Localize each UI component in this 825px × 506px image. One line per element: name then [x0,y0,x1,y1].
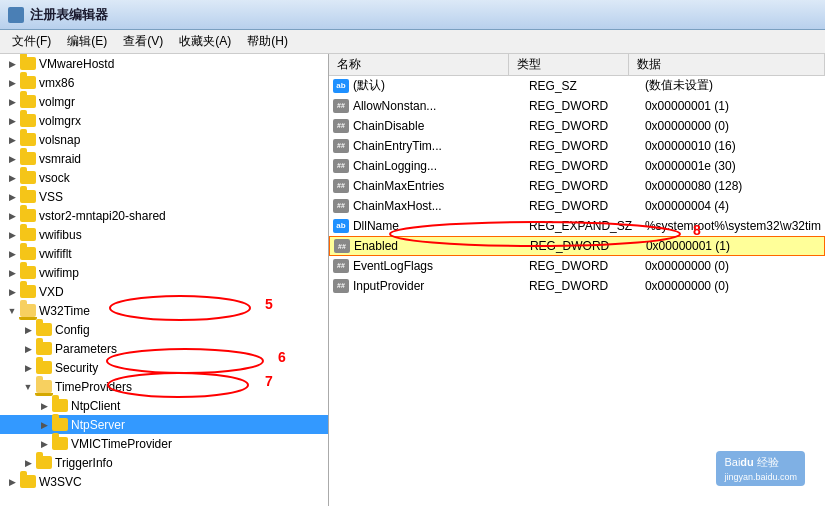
tree-expander-icon[interactable]: ▶ [4,170,20,186]
registry-entries-list[interactable]: ab(默认)REG_SZ(数值未设置)##AllowNonstan...REG_… [329,76,825,506]
tree-expander-icon[interactable]: ▶ [4,227,20,243]
baidu-logo: Baidu 经验jingyan.baidu.com [716,451,805,486]
folder-icon [20,57,36,70]
tree-expander-icon[interactable]: ▼ [20,379,36,395]
tree-item[interactable]: ▶vsock [0,168,328,187]
tree-item[interactable]: ▶volmgrx [0,111,328,130]
tree-item[interactable]: ▶vwififlt [0,244,328,263]
menu-item[interactable]: 文件(F) [4,31,59,52]
folder-icon [20,152,36,165]
registry-row[interactable]: ##ChainDisableREG_DWORD0x00000000 (0) [329,116,825,136]
folder-icon [36,361,52,374]
tree-expander-icon[interactable]: ▶ [20,455,36,471]
tree-item[interactable]: ▼TimeProviders [0,377,328,396]
folder-icon [20,247,36,260]
col-header-data[interactable]: 数据 [629,54,825,75]
tree-item[interactable]: ▶W3SVC [0,472,328,491]
folder-icon [20,209,36,222]
tree-item[interactable]: ▶VXD [0,282,328,301]
tree-item-label: TriggerInfo [55,456,113,470]
registry-tree[interactable]: ▶VMwareHostd▶vmx86▶volmgr▶volmgrx▶volsna… [0,54,329,506]
menu-item[interactable]: 帮助(H) [239,31,296,52]
tree-expander-icon[interactable]: ▶ [20,322,36,338]
tree-item[interactable]: ▼W32Time [0,301,328,320]
tree-item[interactable]: ▶vsmraid [0,149,328,168]
reg-entry-name: ChainMaxEntries [353,179,529,193]
folder-icon [20,228,36,241]
reg-dword-icon: ## [333,279,349,293]
tree-expander-icon[interactable]: ▶ [4,75,20,91]
tree-expander-icon[interactable]: ▶ [4,113,20,129]
tree-item[interactable]: ▶volmgr [0,92,328,111]
folder-icon [20,475,36,488]
tree-expander-icon[interactable]: ▶ [4,189,20,205]
tree-expander-icon[interactable]: ▶ [4,474,20,490]
tree-expander-icon[interactable]: ▶ [20,341,36,357]
reg-entry-name: AllowNonstan... [353,99,529,113]
reg-entry-data: %systemroot%\system32\w32tim [645,219,821,233]
reg-entry-name: DllName [353,219,529,233]
menu-item[interactable]: 编辑(E) [59,31,115,52]
reg-entry-type: REG_DWORD [529,119,645,133]
tree-item[interactable]: ▶vwifimp [0,263,328,282]
registry-row[interactable]: ##EventLogFlagsREG_DWORD0x00000000 (0) [329,256,825,276]
tree-expander-icon[interactable]: ▶ [4,265,20,281]
registry-row[interactable]: ##ChainEntryTim...REG_DWORD0x00000010 (1… [329,136,825,156]
folder-icon [36,323,52,336]
reg-entry-type: REG_DWORD [529,179,645,193]
tree-item[interactable]: ▶TriggerInfo [0,453,328,472]
tree-item[interactable]: ▶vstor2-mntapi20-shared [0,206,328,225]
registry-row[interactable]: ##ChainLogging...REG_DWORD0x0000001e (30… [329,156,825,176]
tree-expander-icon[interactable]: ▶ [4,284,20,300]
tree-expander-icon[interactable]: ▶ [4,132,20,148]
tree-item[interactable]: ▶Parameters [0,339,328,358]
menu-item[interactable]: 收藏夹(A) [171,31,239,52]
tree-item-label: Security [55,361,98,375]
reg-entry-data: 0x00000000 (0) [645,279,821,293]
tree-item[interactable]: ▶VSS [0,187,328,206]
tree-expander-icon[interactable]: ▶ [36,398,52,414]
tree-item-label: Config [55,323,90,337]
folder-icon [52,437,68,450]
tree-item[interactable]: ▶NtpClient [0,396,328,415]
tree-item[interactable]: ▶vwifibus [0,225,328,244]
reg-entry-type: REG_EXPAND_SZ [529,219,645,233]
tree-expander-icon[interactable]: ▶ [4,151,20,167]
folder-icon [20,114,36,127]
tree-expander-icon[interactable]: ▶ [20,360,36,376]
reg-dword-icon: ## [333,199,349,213]
tree-expander-icon[interactable]: ▶ [36,417,52,433]
reg-entry-type: REG_DWORD [529,259,645,273]
registry-row[interactable]: ##ChainMaxHost...REG_DWORD0x00000004 (4) [329,196,825,216]
registry-row[interactable]: ##EnabledREG_DWORD0x00000001 (1) [329,236,825,256]
tree-item-label: W32Time [39,304,90,318]
tree-item[interactable]: ▶NtpServer [0,415,328,434]
tree-item[interactable]: ▶Security [0,358,328,377]
reg-entry-data: 0x0000001e (30) [645,159,821,173]
reg-sz-icon: ab [333,219,349,233]
tree-item[interactable]: ▶VMwareHostd [0,54,328,73]
tree-expander-icon[interactable]: ▶ [4,246,20,262]
tree-item-label: vsmraid [39,152,81,166]
tree-expander-icon[interactable]: ▼ [4,303,20,319]
col-header-name[interactable]: 名称 [329,54,509,75]
registry-row[interactable]: ##InputProviderREG_DWORD0x00000000 (0) [329,276,825,296]
tree-item[interactable]: ▶VMICTimeProvider [0,434,328,453]
folder-icon [36,342,52,355]
tree-item[interactable]: ▶Config [0,320,328,339]
folder-icon [20,190,36,203]
tree-item[interactable]: ▶vmx86 [0,73,328,92]
tree-item[interactable]: ▶volsnap [0,130,328,149]
tree-expander-icon[interactable]: ▶ [36,436,52,452]
registry-row[interactable]: ##ChainMaxEntriesREG_DWORD0x00000080 (12… [329,176,825,196]
registry-row[interactable]: abDllNameREG_EXPAND_SZ%systemroot%\syste… [329,216,825,236]
main-layout: ▶VMwareHostd▶vmx86▶volmgr▶volmgrx▶volsna… [0,54,825,506]
tree-expander-icon[interactable]: ▶ [4,94,20,110]
registry-row[interactable]: ab(默认)REG_SZ(数值未设置) [329,76,825,96]
tree-expander-icon[interactable]: ▶ [4,56,20,72]
registry-row[interactable]: ##AllowNonstan...REG_DWORD0x00000001 (1) [329,96,825,116]
col-header-type[interactable]: 类型 [509,54,629,75]
reg-dword-icon: ## [333,259,349,273]
tree-expander-icon[interactable]: ▶ [4,208,20,224]
menu-item[interactable]: 查看(V) [115,31,171,52]
